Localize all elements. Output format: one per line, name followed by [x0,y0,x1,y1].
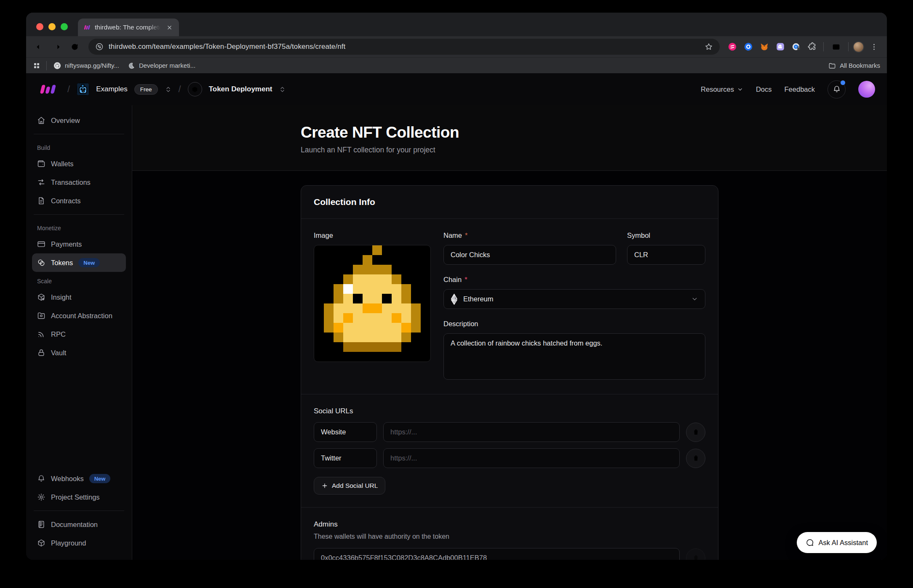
contract-icon [37,197,45,205]
social-platform-input[interactable] [314,448,377,468]
sidebar-divider [34,214,124,215]
bookmark-label: Developer marketi... [139,62,195,69]
nav-resources[interactable]: Resources [701,85,743,93]
wallet-icon [37,160,45,168]
sidebar-item-insight[interactable]: Insight [32,288,126,306]
page-header: Create NFT Collection Launch an NFT coll… [132,105,887,171]
extension-metamask-icon[interactable] [758,40,771,53]
thirdweb-logo[interactable] [38,84,61,95]
book-icon [37,520,45,529]
project-switcher-icon[interactable] [279,86,286,93]
address-bar[interactable]: thirdweb.com/team/examples/Token-Deploym… [88,39,720,55]
tab-title: thirdweb: The complete web3 [95,24,160,31]
apps-grid-icon[interactable] [33,62,40,69]
extensions-row [726,40,819,53]
sidebar-item-tokens[interactable]: TokensNew [32,253,126,272]
sidebar-divider [34,511,124,511]
refresh-button[interactable] [67,39,83,55]
sidebar-item-label: Documentation [51,521,98,529]
bookmark-item[interactable]: niftyswap.gg/Nifty... [49,60,123,72]
new-badge: New [78,258,100,267]
sidebar-item-rpc[interactable]: RPC [32,325,126,343]
sidebar-item-account-abstraction[interactable]: Account Abstraction [32,306,126,325]
sidebar-item-documentation[interactable]: Documentation [32,515,126,534]
nav-docs[interactable]: Docs [756,85,772,93]
description-textarea[interactable]: A collection of rainbow chicks hatched f… [443,333,705,380]
sidebar-item-webhooks[interactable]: WebhooksNew [32,469,126,488]
thirdweb-dashboard-page: / Examples Free / Token Deployment [26,73,887,560]
sidebar-item-overview[interactable]: Overview [32,111,126,130]
sidebar-item-label: RPC [51,330,66,338]
browser-toolbar: thirdweb.com/team/examples/Token-Deploym… [26,36,887,57]
moon-icon [128,62,135,69]
chain-select[interactable]: Ethereum [443,289,705,309]
window-controls[interactable] [36,23,68,30]
bookmark-star-icon[interactable] [705,43,713,51]
extension-pink-wave-icon[interactable] [726,40,739,53]
extension-blue-ring-icon[interactable] [742,40,755,53]
bell-icon [37,474,45,483]
nav-feedback[interactable]: Feedback [785,85,815,93]
sidebar-item-wallets[interactable]: Wallets [32,154,126,173]
sidebar-item-project-settings[interactable]: Project Settings [32,488,126,506]
page-title: Create NFT Collection [301,124,718,141]
tab-close-icon[interactable] [165,23,174,32]
team-name[interactable]: Examples [96,85,128,93]
sidebar-item-transactions[interactable]: Transactions [32,173,126,192]
sidebar-divider [34,134,124,134]
delete-social-url-button[interactable] [686,449,705,468]
tab-search-icon[interactable] [828,39,844,55]
admin-address-input[interactable] [314,548,680,560]
description-label: Description [443,320,478,328]
transactions-icon [37,178,45,186]
account-avatar[interactable] [858,81,875,98]
social-url-input[interactable] [383,422,680,442]
extension-puzzle-icon[interactable] [806,40,819,53]
name-input[interactable] [443,245,616,265]
bookmark-item[interactable]: Developer marketi... [123,60,200,72]
sidebar-item-label: Insight [51,293,72,301]
forward-button[interactable] [49,39,65,55]
github-icon [53,62,61,69]
extension-phantom-icon[interactable] [774,40,787,53]
sidebar-item-payments[interactable]: Payments [32,235,126,253]
app-navbar: / Examples Free / Token Deployment [26,73,887,105]
sidebar-item-vault[interactable]: Vault [32,343,126,362]
social-platform-input[interactable] [314,422,377,442]
project-icon [188,82,202,96]
new-tab-button[interactable] [182,20,197,35]
symbol-input[interactable] [627,245,705,265]
sidebar-item-playground[interactable]: Playground [32,534,126,552]
browser-profile-avatar[interactable] [853,41,864,53]
payments-icon [37,240,45,248]
url-text[interactable]: thirdweb.com/team/examples/Token-Deploym… [109,43,699,51]
add-social-url-button[interactable]: Add Social URL [314,477,385,495]
notifications-button[interactable] [828,80,846,98]
all-bookmarks-label[interactable]: All Bookmarks [840,62,880,69]
browser-tab[interactable]: thirdweb: The complete web3 [78,19,179,36]
sidebar-item-contracts[interactable]: Contracts [32,192,126,210]
social-url-row [314,448,705,468]
maximize-window-button[interactable] [61,23,68,30]
extension-password-manager-icon[interactable] [790,40,803,53]
ask-ai-assistant-button[interactable]: Ask AI Assistant [797,532,877,553]
team-avatar[interactable] [77,83,89,96]
browser-menu-icon[interactable] [866,39,882,55]
sidebar-section-label: Monetize [37,225,126,231]
image-label: Image [314,231,431,239]
team-switcher-icon[interactable] [165,86,172,93]
collection-info-card: Collection Info Image [301,185,718,560]
delete-admin-button[interactable] [686,548,705,560]
chevron-down-icon [691,295,698,303]
sidebar-item-label: Playground [51,539,86,547]
social-url-input[interactable] [383,448,680,468]
project-name[interactable]: Token Deployment [209,85,272,93]
close-window-button[interactable] [36,23,43,30]
delete-social-url-button[interactable] [686,423,705,442]
minimize-window-button[interactable] [48,23,56,30]
collection-image-upload[interactable] [314,245,431,362]
site-settings-icon[interactable] [95,43,104,51]
folder-icon [828,62,836,69]
back-button[interactable] [31,39,47,55]
sidebar-section-label: Scale [37,278,126,285]
